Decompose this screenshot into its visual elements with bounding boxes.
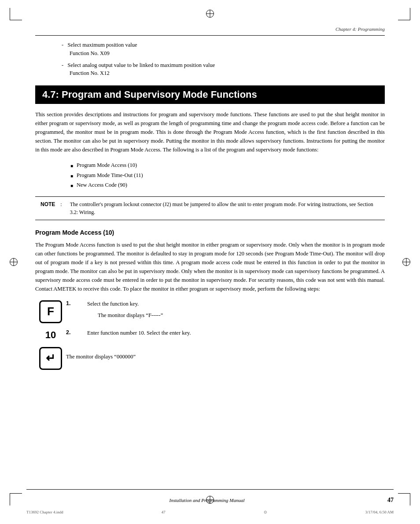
page: Chapter 4: Programming - Select maximum … (0, 0, 420, 524)
step-1-content: 1. Select the function key. The monitor … (66, 299, 385, 320)
section-heading-box: 4.7: Program and Supervisory Mode Functi… (35, 85, 385, 104)
bullet-item-2: ■ Program Mode Time-Out (11) (70, 170, 385, 181)
top-divider (35, 35, 385, 36)
step-sub-text-enter: The monitor displays “000000” (66, 352, 136, 361)
bottom-info: T13692 Chapter 4.indd 47 ⊙ 3/17/04, 6:50… (26, 510, 394, 514)
step-area: F 1. Select the function key. The monito… (35, 299, 385, 370)
section-title: 4.7: Program and Supervisory Mode Functi… (42, 89, 257, 100)
note-text: The controller's program lockout connect… (70, 200, 379, 216)
reg-mark-top (206, 10, 214, 18)
intro-text: This section provides descriptions and i… (35, 110, 385, 154)
f-key-icon: F (39, 300, 62, 323)
corner-mark-tl (10, 8, 22, 20)
bullet-dash-1: - (62, 42, 66, 48)
note-colon: : (60, 200, 64, 216)
bullet-text-2: Program Mode Time-Out (11) (77, 170, 143, 181)
bullet-text-3: New Access Code (90) (77, 180, 127, 190)
subsection-heading: Program Mode Access (10) (35, 229, 385, 236)
bullet-sub-1: Function No. X09 (70, 49, 385, 58)
note-label: NOTE (41, 200, 55, 216)
step-number-2: 2. (66, 328, 84, 336)
bullet-icon-3: ■ (70, 182, 73, 190)
bullet-item-1: ■ Program Mode Access (10) (70, 160, 385, 170)
footer-center: Installation and Programming Manual (169, 498, 244, 503)
step-icon-enter: ↵ (35, 346, 66, 370)
step-main-text-2: Enter function number 10. Select the ent… (87, 328, 385, 337)
f-key-label: F (47, 305, 54, 318)
bottom-info-right: 3/17/04, 6:50 AM (365, 510, 394, 514)
footer-divider (26, 489, 394, 490)
reg-mark-right (402, 258, 410, 266)
bottom-info-left: T13692 Chapter 4.indd (26, 510, 63, 514)
corner-mark-tr (398, 8, 410, 20)
step-row-2: 10 2. Enter function number 10. Select t… (35, 328, 385, 341)
step-text-col-2: Enter function number 10. Select the ent… (87, 328, 385, 339)
bottom-info-center-left: 47 (162, 510, 166, 514)
corner-mark-bl (10, 493, 22, 506)
top-bullet-1: - Select maximum position value Function… (62, 41, 385, 58)
step-2-content: 2. Enter function number 10. Select the … (66, 328, 385, 339)
enter-key-icon: ↵ (39, 347, 62, 370)
step-row-1: F 1. Select the function key. The monito… (35, 299, 385, 323)
corner-mark-br (398, 493, 410, 506)
subsection-text: The Program Mode Access function is used… (35, 240, 385, 293)
top-bullet-2: - Select analog output value to be linke… (62, 61, 385, 78)
bullet-list: ■ Program Mode Access (10) ■ Program Mod… (70, 160, 385, 190)
step-sub-text-1: The monitor displays “F-----” (98, 311, 385, 320)
step-row-enter: ↵ The monitor displays “000000” (35, 346, 385, 370)
step-main-text-1: Select the function key. (87, 299, 385, 308)
enter-key-label: ↵ (46, 351, 55, 365)
step-enter-content: The monitor displays “000000” (66, 346, 385, 361)
step-icon-10: 10 (35, 328, 66, 341)
step-text-col-1: Select the function key. The monitor dis… (87, 299, 385, 320)
footer-area: Installation and Programming Manual 47 (26, 497, 394, 504)
bullet-dash-2: - (62, 62, 66, 68)
step-icon-f: F (35, 299, 66, 323)
step-number-1: 1. (66, 299, 84, 306)
bullet-main-2: Select analog output value to be linked … (68, 62, 215, 68)
top-bullets: - Select maximum position value Function… (62, 41, 385, 77)
chapter-header: Chapter 4: Programming (35, 26, 385, 32)
number-label-10: 10 (45, 328, 56, 341)
bullet-item-3: ■ New Access Code (90) (70, 180, 385, 190)
bullet-icon-2: ■ (70, 172, 73, 180)
reg-mark-bottom-text: ⊙ (264, 510, 267, 514)
footer-page-number: 47 (387, 497, 394, 504)
bullet-main-1: Select maximum position value (68, 42, 137, 48)
bullet-icon-1: ■ (70, 162, 73, 170)
note-box: NOTE : The controller's program lockout … (35, 196, 385, 220)
bullet-text-1: Program Mode Access (10) (77, 160, 137, 170)
bullet-sub-2: Function No. X12 (70, 69, 385, 77)
reg-mark-left (10, 258, 18, 266)
